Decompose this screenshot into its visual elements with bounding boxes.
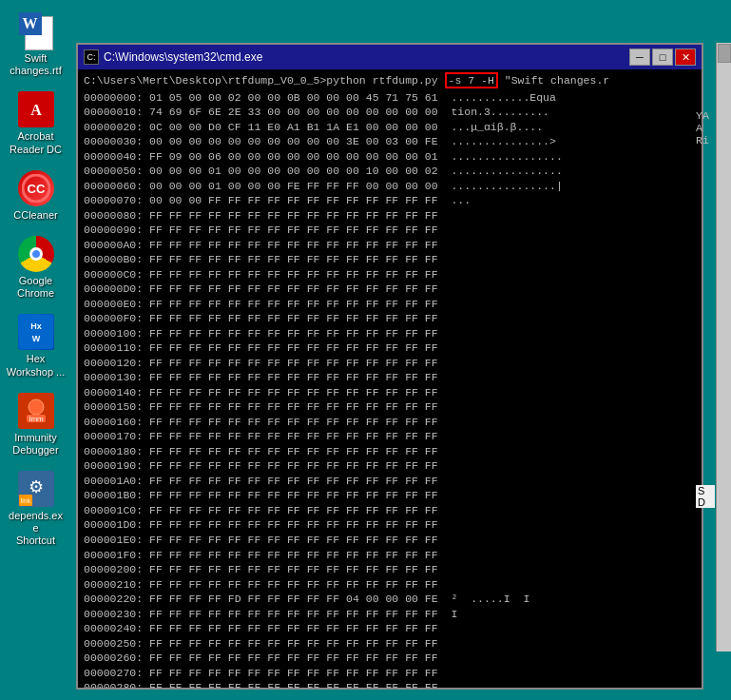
desktop-icon-swift-changes[interactable]: W Swiftchanges.rtf [4, 10, 68, 80]
immunity-svg: Imm [19, 394, 53, 428]
depends-icon: ⚙ link [18, 471, 54, 507]
immunity-label: ImmunityDebugger [12, 432, 58, 457]
swift-changes-label: Swiftchanges.rtf [10, 52, 61, 77]
svg-text:Hx: Hx [30, 321, 42, 331]
cmd-window: C: C:\Windows\system32\cmd.exe ─ □ ✕ C:\… [76, 43, 703, 690]
svg-rect-4 [19, 315, 53, 349]
right-edge-text: YA A Ri [696, 109, 715, 146]
chrome-icon-container [17, 235, 55, 273]
cmd-title-text: C:\Windows\system32\cmd.exe [104, 50, 262, 64]
ccleaner-svg: CC [22, 174, 50, 203]
immunity-icon: Imm [18, 393, 54, 429]
immunity-icon-container: Imm [17, 392, 55, 430]
cmd-title-area: C: C:\Windows\system32\cmd.exe [84, 49, 262, 65]
chrome-label: GoogleChrome [17, 275, 54, 300]
scrollbar-track[interactable] [716, 43, 731, 651]
scrollbar-thumb[interactable] [718, 44, 731, 63]
desktop-icon-immunity[interactable]: Imm ImmunityDebugger [4, 389, 68, 459]
cmd-icon: C: [84, 49, 99, 65]
ccleaner-icon-container: CC [17, 169, 55, 207]
acrobat-icon: A [18, 91, 54, 127]
svg-text:CC: CC [27, 182, 45, 196]
maximize-button[interactable]: □ [652, 49, 673, 66]
desktop-icon-acrobat[interactable]: A AcrobatReader DC [4, 88, 68, 158]
acrobat-svg: A [23, 96, 49, 123]
ccleaner-label: CCleaner [13, 209, 57, 222]
desktop-icon-hex-workshop[interactable]: Hx W HexWorkshop ... [4, 310, 68, 380]
right-app-partial: S D [696, 485, 715, 508]
chrome-inner-circle [29, 247, 43, 261]
depends-svg: ⚙ link [19, 472, 53, 506]
hxd-icon: Hx W [18, 314, 54, 350]
svg-text:A: A [30, 102, 42, 118]
desktop-icon-chrome[interactable]: GoogleChrome [4, 232, 68, 302]
depends-label: depends.exeShortcut [7, 510, 66, 548]
cmd-window-controls: ─ □ ✕ [629, 49, 696, 66]
swift-changes-icon: W [17, 12, 55, 50]
svg-text:W: W [31, 334, 40, 343]
ccleaner-icon: CC [18, 170, 54, 206]
desktop-icon-ccleaner[interactable]: CC CCleaner [4, 166, 68, 224]
chrome-icon [18, 236, 54, 272]
minimize-button[interactable]: ─ [629, 49, 650, 66]
svg-text:Imm: Imm [29, 415, 44, 423]
cmd-output: C:\Users\Mert\Desktop\rtfdump_V0_0_5>pyt… [78, 69, 702, 688]
hxd-icon-container: Hx W [17, 313, 55, 351]
close-button[interactable]: ✕ [675, 49, 696, 66]
desktop-icon-depends[interactable]: ⚙ link depends.exeShortcut [4, 467, 68, 551]
svg-text:⚙: ⚙ [29, 477, 44, 496]
acrobat-label: AcrobatReader DC [10, 130, 62, 155]
hex-workshop-label: HexWorkshop ... [7, 353, 66, 378]
svg-point-8 [29, 399, 44, 415]
acrobat-icon-container: A [17, 90, 55, 128]
desktop-icons-area: W Swiftchanges.rtf A AcrobatReader DC CC [0, 0, 71, 662]
hxd-svg: Hx W [19, 315, 53, 349]
cmd-titlebar: C: C:\Windows\system32\cmd.exe ─ □ ✕ [78, 45, 702, 69]
svg-text:link: link [20, 497, 30, 504]
depends-icon-container: ⚙ link [17, 470, 55, 508]
word-badge: W [19, 12, 42, 35]
